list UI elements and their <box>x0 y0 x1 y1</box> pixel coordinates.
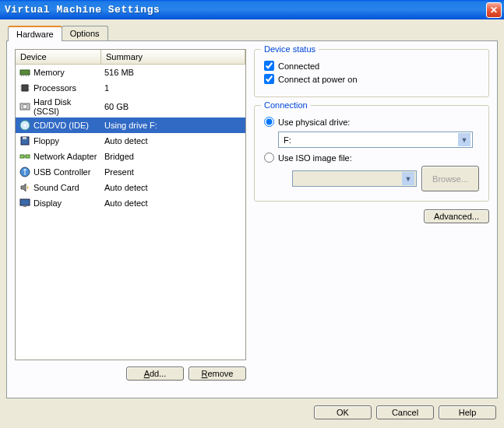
cd-icon <box>19 119 31 132</box>
use-iso-label: Use ISO image file: <box>278 153 352 163</box>
svg-rect-0 <box>20 70 30 75</box>
list-item-network[interactable]: Network Adapter Bridged <box>16 149 245 164</box>
remove-button[interactable]: Remove <box>189 367 246 381</box>
left-panel: Device Summary Memory 516 MB Processors … <box>15 49 246 390</box>
svg-rect-20 <box>20 199 30 205</box>
list-header: Device Summary <box>16 50 245 65</box>
dialog-footer: OK Cancel Help <box>0 401 504 424</box>
chevron-down-icon: ▼ <box>458 133 471 146</box>
iso-path-select: ▼ <box>292 170 417 187</box>
svg-rect-16 <box>20 155 24 158</box>
browse-button: Browse... <box>421 166 479 191</box>
memory-icon <box>19 66 31 79</box>
svg-point-11 <box>23 104 27 109</box>
close-button[interactable]: ✕ <box>486 2 502 18</box>
cancel-button[interactable]: Cancel <box>376 405 434 419</box>
list-item-floppy[interactable]: Floppy Auto detect <box>16 133 245 149</box>
device-list[interactable]: Device Summary Memory 516 MB Processors … <box>15 49 246 360</box>
close-icon: ✕ <box>490 5 498 16</box>
svg-rect-3 <box>26 75 26 76</box>
connection-title: Connection <box>261 100 311 110</box>
tab-strip: Hardware Options <box>8 26 498 40</box>
use-physical-radio[interactable] <box>264 117 274 127</box>
tab-options[interactable]: Options <box>62 26 108 40</box>
use-physical-label: Use physical drive: <box>278 118 350 127</box>
harddisk-icon <box>19 100 31 113</box>
cpu-icon <box>19 82 31 94</box>
list-item-usb[interactable]: USB Controller Present <box>16 164 245 180</box>
list-item-processors[interactable]: Processors 1 <box>16 80 245 96</box>
physical-drive-select[interactable]: F: ▼ <box>278 132 473 148</box>
display-icon <box>19 197 31 209</box>
svg-rect-15 <box>23 137 26 139</box>
connect-poweron-checkbox[interactable] <box>264 74 274 84</box>
physical-drive-value: F: <box>284 135 291 145</box>
content-area: Hardware Options Device Summary Memory 5… <box>0 19 504 401</box>
help-button[interactable]: Help <box>439 405 496 419</box>
device-status-group: Device status Connected Connect at power… <box>254 49 489 97</box>
svg-rect-17 <box>26 155 30 158</box>
svg-point-13 <box>24 125 26 127</box>
svg-rect-4 <box>28 75 29 76</box>
connect-poweron-label: Connect at power on <box>278 75 358 84</box>
network-icon <box>19 150 31 163</box>
list-item-sound[interactable]: Sound Card Auto detect <box>16 180 245 195</box>
window-title: Virtual Machine Settings <box>5 4 160 16</box>
list-item-harddisk[interactable]: Hard Disk (SCSI) 60 GB <box>16 96 245 118</box>
connected-label: Connected <box>278 61 319 71</box>
advanced-button[interactable]: Advanced... <box>424 209 489 223</box>
connected-checkbox[interactable] <box>264 61 274 71</box>
add-button[interactable]: Add... <box>126 367 184 381</box>
tab-hardware[interactable]: Hardware <box>8 26 62 41</box>
svg-rect-21 <box>23 205 26 207</box>
list-item-cddvd[interactable]: CD/DVD (IDE) Using drive F: <box>16 118 245 133</box>
chevron-down-icon: ▼ <box>402 172 414 185</box>
floppy-icon <box>19 135 31 147</box>
list-item-memory[interactable]: Memory 516 MB <box>16 65 245 80</box>
list-item-display[interactable]: Display Auto detect <box>16 195 245 211</box>
tab-panel: Device Summary Memory 516 MB Processors … <box>6 40 498 398</box>
device-status-title: Device status <box>261 44 319 54</box>
titlebar: Virtual Machine Settings ✕ <box>0 0 504 19</box>
svg-rect-2 <box>23 75 24 76</box>
svg-rect-1 <box>21 75 22 76</box>
connection-group: Connection Use physical drive: F: ▼ Use … <box>254 105 489 202</box>
right-panel: Device status Connected Connect at power… <box>246 49 489 390</box>
usb-icon <box>19 166 31 178</box>
svg-rect-5 <box>22 85 28 91</box>
col-summary[interactable]: Summary <box>101 50 245 64</box>
device-list-buttons: Add... Remove <box>15 367 246 381</box>
ok-button[interactable]: OK <box>314 405 372 419</box>
sound-icon <box>19 181 31 194</box>
col-device[interactable]: Device <box>16 50 101 64</box>
use-iso-radio[interactable] <box>264 153 274 163</box>
